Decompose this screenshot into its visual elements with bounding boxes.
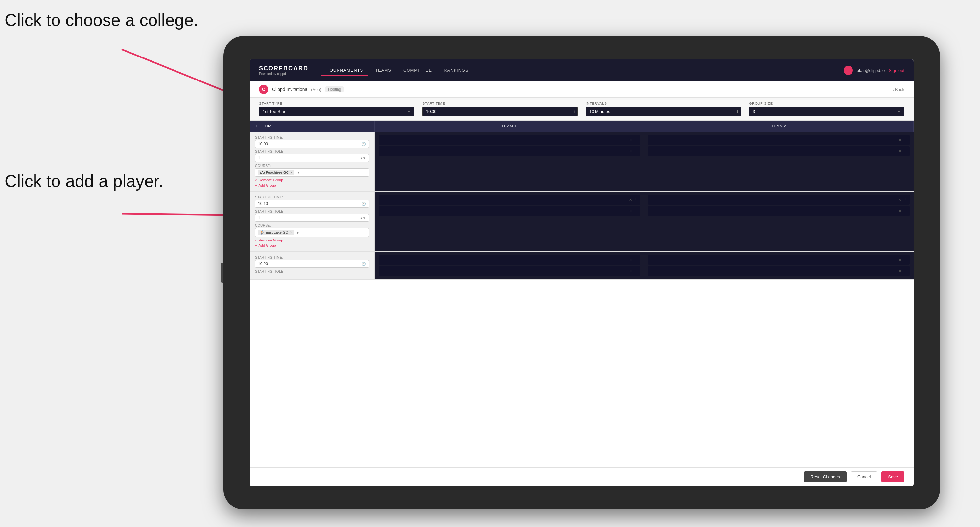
start-time-field: Start Time 10:00 ℹ [422, 102, 578, 116]
player-slot[interactable]: ✕ ⋮ [379, 195, 640, 205]
add-group-1[interactable]: + Add Group [255, 183, 369, 187]
save-button[interactable]: Save [881, 471, 904, 482]
x-icon[interactable]: ✕ [629, 209, 632, 213]
edit-icon[interactable]: ⋮ [634, 149, 638, 154]
start-time-label: Start Time [422, 102, 578, 105]
group-size-select[interactable]: 3 ▼ [749, 107, 904, 116]
nav-item-rankings[interactable]: RANKINGS [438, 65, 474, 76]
edit-icon[interactable]: ⋮ [634, 258, 638, 262]
x-icon[interactable]: ✕ [899, 138, 902, 142]
tee-table: STARTING TIME: 10:00 🕐 STARTING HOLE: 1 … [250, 132, 914, 467]
info-icon-2: ℹ [737, 110, 738, 114]
breadcrumb: C Clippd Invitational (Men) Hosting ‹ Ba… [250, 81, 914, 98]
starting-time-input-2[interactable]: 10:10 🕐 [255, 200, 369, 208]
team1-slots-1: ✕ ⋮ ✕ ⋮ [375, 132, 644, 191]
x-icon[interactable]: ✕ [899, 149, 902, 154]
nav-item-teams[interactable]: TEAMS [370, 65, 397, 76]
edit-icon[interactable]: ⋮ [904, 209, 907, 213]
edit-icon[interactable]: ⋮ [904, 258, 907, 262]
remove-group-2[interactable]: ○ Remove Group [255, 238, 369, 242]
chevron-icon-4: ▼ [296, 231, 300, 235]
group-row-2: STARTING TIME: 10:10 🕐 STARTING HOLE: 1 … [250, 192, 914, 252]
group-row-3: STARTING TIME: 10:20 🕐 STARTING HOLE: ✕ … [250, 252, 914, 279]
chevron-down-icon-2: ▼ [897, 110, 901, 113]
starting-hole-input-1[interactable]: 1 ▲▼ [255, 154, 369, 162]
player-slot[interactable]: ✕ ⋮ [379, 255, 640, 265]
table-footer: Reset Changes Cancel Save [250, 467, 914, 486]
player-slot[interactable]: ✕ ⋮ [379, 146, 640, 156]
player-slot[interactable]: ✕ ⋮ [648, 206, 910, 216]
player-slot[interactable]: ✕ ⋮ [648, 195, 910, 205]
player-slot[interactable]: ✕ ⋮ [379, 266, 640, 276]
group-size-label: Group Size [749, 102, 904, 105]
course-label-2: COURSE: [255, 224, 369, 227]
course-tag-2: 🏌 East Lake GC ✕ [258, 230, 294, 235]
edit-icon[interactable]: ⋮ [904, 198, 907, 202]
intervals-input[interactable]: 10 Minutes [585, 107, 741, 116]
starting-time-label-1: STARTING TIME: [255, 136, 369, 139]
player-slot[interactable]: ✕ ⋮ [648, 255, 910, 265]
player-slot[interactable]: ✕ ⋮ [379, 206, 640, 216]
x-icon[interactable]: ✕ [899, 198, 902, 202]
tablet-frame: SCOREBOARD Powered by clippd TOURNAMENTS… [223, 36, 940, 509]
reset-changes-button[interactable]: Reset Changes [804, 471, 846, 482]
sign-out-link[interactable]: Sign out [889, 68, 904, 73]
edit-icon[interactable]: ⋮ [634, 138, 638, 142]
add-group-2[interactable]: + Add Group [255, 243, 369, 248]
remove-course-icon-2[interactable]: ✕ [290, 231, 292, 234]
course-select-1[interactable]: (A) Peachtree GC ✕ ▼ [255, 168, 369, 177]
start-type-label: Start Type [259, 102, 414, 105]
edit-icon[interactable]: ⋮ [634, 269, 638, 273]
start-time-input[interactable]: 10:00 [422, 107, 578, 116]
player-slot[interactable]: ✕ ⋮ [648, 135, 910, 145]
tablet-screen: SCOREBOARD Powered by clippd TOURNAMENTS… [250, 59, 914, 486]
breadcrumb-title: Clippd Invitational (Men) [272, 87, 321, 92]
clock-icon-3: 🕐 [361, 262, 366, 266]
starting-time-input-3[interactable]: 10:20 🕐 [255, 260, 369, 268]
group-size-field: Group Size 3 ▼ [749, 102, 904, 116]
breadcrumb-logo: C [259, 85, 268, 94]
table-header: Tee Time Team 1 Team 2 [250, 121, 914, 132]
remove-group-1[interactable]: ○ Remove Group [255, 178, 369, 182]
nav-item-committee[interactable]: COMMITTEE [398, 65, 437, 76]
starting-hole-input-2[interactable]: 1 ▲▼ [255, 214, 369, 222]
x-icon[interactable]: ✕ [899, 269, 902, 273]
nav-item-tournaments[interactable]: TOURNAMENTS [321, 65, 368, 76]
x-icon[interactable]: ✕ [629, 258, 632, 262]
starting-time-label-2: STARTING TIME: [255, 195, 369, 199]
player-slot[interactable]: ✕ ⋮ [648, 266, 910, 276]
x-icon[interactable]: ✕ [899, 209, 902, 213]
side-button[interactable] [221, 263, 223, 283]
x-icon[interactable]: ✕ [629, 138, 632, 142]
edit-icon[interactable]: ⋮ [904, 269, 907, 273]
remove-course-icon[interactable]: ✕ [290, 171, 293, 175]
annotation-choose-college: Click to choose a college. [5, 10, 199, 30]
course-tag-1: (A) Peachtree GC ✕ [258, 170, 294, 175]
nav-bar: SCOREBOARD Powered by clippd TOURNAMENTS… [250, 59, 914, 81]
team2-slots-1: ✕ ⋮ ✕ ⋮ [644, 132, 914, 191]
edit-icon[interactable]: ⋮ [634, 209, 638, 213]
col-tee-time: Tee Time [250, 121, 375, 132]
info-icon: ℹ [573, 110, 575, 114]
player-slot[interactable]: ✕ ⋮ [379, 135, 640, 145]
config-bar: Start Type 1st Tee Start ▼ Start Time 10… [250, 98, 914, 121]
cancel-button[interactable]: Cancel [851, 471, 877, 482]
x-icon[interactable]: ✕ [629, 149, 632, 154]
starting-time-input-1[interactable]: 10:00 🕐 [255, 140, 369, 148]
avatar [844, 66, 853, 75]
start-type-select[interactable]: 1st Tee Start ▼ [259, 107, 414, 116]
team1-slots-2: ✕ ⋮ ✕ ⋮ [375, 192, 644, 251]
edit-icon[interactable]: ⋮ [634, 198, 638, 202]
chevron-icon: ▲▼ [360, 156, 366, 160]
starting-hole-label-2: STARTING HOLE: [255, 210, 369, 213]
group-left-3: STARTING TIME: 10:20 🕐 STARTING HOLE: [250, 252, 375, 279]
edit-icon[interactable]: ⋮ [904, 149, 907, 154]
x-icon[interactable]: ✕ [629, 269, 632, 273]
back-button[interactable]: ‹ Back [892, 87, 904, 92]
edit-icon[interactable]: ⋮ [904, 138, 907, 142]
x-icon[interactable]: ✕ [629, 198, 632, 202]
x-icon[interactable]: ✕ [899, 258, 902, 262]
nav-logo: SCOREBOARD Powered by clippd [259, 65, 308, 76]
course-select-2[interactable]: 🏌 East Lake GC ✕ ▼ [255, 228, 369, 237]
player-slot[interactable]: ✕ ⋮ [648, 146, 910, 156]
